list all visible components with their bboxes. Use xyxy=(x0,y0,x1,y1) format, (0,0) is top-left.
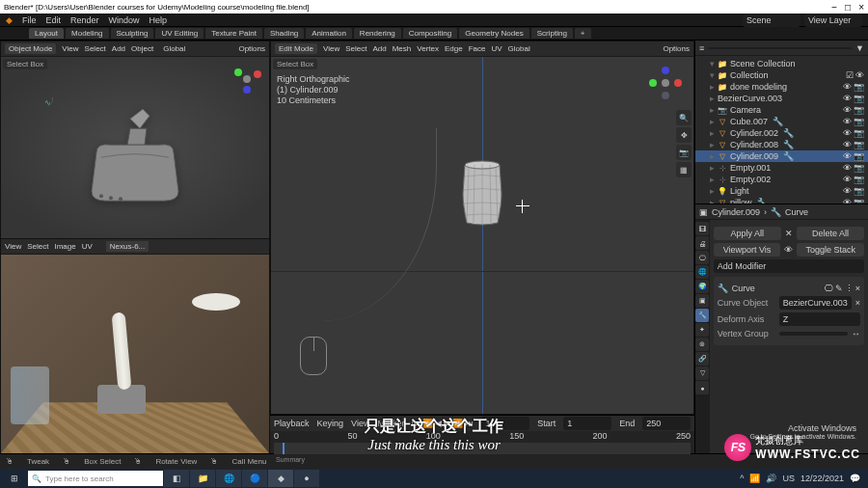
invert-icon[interactable]: ↔ xyxy=(852,329,860,339)
ptab-render[interactable]: 🎞 xyxy=(695,222,709,235)
toggle-stack-button[interactable]: Toggle Stack xyxy=(797,243,864,257)
ptab-physics[interactable]: ⊚ xyxy=(695,338,709,351)
outliner-item[interactable]: ▸📷Camera👁📷 xyxy=(695,104,868,116)
outliner-item[interactable]: ▸📁done modeling👁📷 xyxy=(695,81,868,93)
nav-gizmo-main-icon[interactable] xyxy=(647,65,684,101)
vp1-mode[interactable]: Object Mode xyxy=(5,43,56,54)
outliner[interactable]: ≡ ▼ ▾📁Scene Collection ▾📁Collection ☑👁 ▸… xyxy=(695,41,868,204)
mod-realtime-icon[interactable]: 🖵 xyxy=(825,284,833,293)
vp2-file[interactable]: Nexus-6... xyxy=(106,241,149,252)
vp1-view[interactable]: View xyxy=(62,44,78,53)
play-rev-icon[interactable]: ◀ xyxy=(435,419,442,428)
app-blender[interactable]: ◆ xyxy=(268,470,293,487)
ptab-output[interactable]: 🖨 xyxy=(695,236,709,250)
timeline-editor[interactable]: Playback Keying View Marker ⏮ ⏪ ◀ ▶ ⏩ ⏭ … xyxy=(270,415,694,453)
vp1-options[interactable]: Options xyxy=(238,44,265,53)
outliner-item[interactable]: ▸▽pillow🔧👁📷 xyxy=(695,197,868,203)
viewport-secondary[interactable]: Object Mode View Select Add Object Globa… xyxy=(0,41,270,238)
next-key-icon[interactable]: ⏩ xyxy=(452,419,463,428)
collection-item[interactable]: ▾📁Collection ☑👁 xyxy=(695,69,868,81)
vpmain-mode[interactable]: Edit Mode xyxy=(275,43,317,54)
vp1-object[interactable]: Object xyxy=(131,44,153,53)
tray-lang[interactable]: US xyxy=(782,474,795,483)
uv-image-editor[interactable]: View Select Image UV Nexus-6... xyxy=(0,238,270,453)
tab-uv[interactable]: UV Editing xyxy=(155,28,203,39)
persp-icon[interactable]: ▦ xyxy=(676,162,692,177)
outliner-item[interactable]: ▸💡Light👁📷 xyxy=(695,185,868,197)
prev-key-icon[interactable]: ⏪ xyxy=(422,419,433,428)
outliner-item[interactable]: ▸∿BezierCurve.003👁📷 xyxy=(695,93,868,104)
clear-icon[interactable]: × xyxy=(855,298,860,308)
current-frame[interactable]: 1 xyxy=(481,417,529,430)
outliner-item[interactable]: ▸▽Cylinder.009🔧👁📷 xyxy=(695,150,868,162)
minimize-icon[interactable]: − xyxy=(831,2,837,13)
nav-gizmo-icon[interactable] xyxy=(229,61,265,97)
vpmain-add[interactable]: Add xyxy=(372,44,386,53)
vpmain-mesh[interactable]: Mesh xyxy=(393,44,412,53)
filter-icon[interactable]: ▼ xyxy=(855,43,864,53)
app-edge[interactable]: 🌐 xyxy=(216,470,241,487)
close-icon[interactable]: × xyxy=(858,2,864,13)
play-icon[interactable]: ▶ xyxy=(444,419,450,428)
camera-icon[interactable]: 📷 xyxy=(676,145,692,160)
tray-up-icon[interactable]: ^ xyxy=(740,474,744,483)
outliner-item[interactable]: ▸▽Cube.007🔧👁📷 xyxy=(695,116,868,127)
system-tray[interactable]: ^ 📶 🔊 US 12/22/2021 💬 xyxy=(734,474,866,483)
tab-layout[interactable]: Layout xyxy=(29,28,64,39)
viewport-vis-button[interactable]: Viewport Vis xyxy=(714,243,781,257)
vpmain-options[interactable]: Options xyxy=(663,44,690,53)
jump-start-icon[interactable]: ⏮ xyxy=(412,419,420,428)
vpmain-vertex[interactable]: Vertex xyxy=(417,44,439,53)
ptab-scene[interactable]: 🌐 xyxy=(695,265,709,279)
timeline-track[interactable] xyxy=(274,443,691,454)
app-other[interactable]: ● xyxy=(294,470,319,487)
timeline-ruler[interactable]: 0 50 100 150 200 250 xyxy=(270,431,694,441)
vp1-add[interactable]: Add xyxy=(112,44,125,53)
mod-dropdown-icon[interactable]: ⋮ xyxy=(845,284,854,293)
mod-close-icon[interactable]: × xyxy=(855,284,860,293)
outliner-item[interactable]: ▸▽Cylinder.002🔧👁📷 xyxy=(695,127,868,139)
viewport-main[interactable]: Edit Mode View Select Add Mesh Vertex Ed… xyxy=(270,41,694,415)
tab-modeling[interactable]: Modeling xyxy=(66,28,108,39)
menu-window[interactable]: Window xyxy=(109,15,140,25)
tab-comp[interactable]: Compositing xyxy=(403,28,457,39)
tl-summary[interactable]: Summary xyxy=(270,456,694,463)
scene-dropdown[interactable]: Scene xyxy=(743,14,800,27)
tab-shading[interactable]: Shading xyxy=(264,28,304,39)
ptab-object[interactable]: ▣ xyxy=(695,294,709,308)
outliner-item[interactable]: ▸⊹Empty.002👁📷 xyxy=(695,174,868,185)
jump-end-icon[interactable]: ⏭ xyxy=(465,419,474,428)
vpmain-select[interactable]: Select xyxy=(345,44,366,53)
delete-all-button[interactable]: Delete All xyxy=(797,227,864,240)
maximize-icon[interactable]: □ xyxy=(845,2,851,13)
zoom-icon[interactable]: 🔍 xyxy=(676,110,692,125)
ptab-material[interactable]: ● xyxy=(695,381,709,394)
vp2-image[interactable]: Image xyxy=(54,242,75,251)
vpmain-face[interactable]: Face xyxy=(469,44,486,53)
tl-marker[interactable]: Marker xyxy=(377,419,404,428)
app-chrome[interactable]: 🔵 xyxy=(242,470,267,487)
outliner-item[interactable]: ▸⊹Empty.001👁📷 xyxy=(695,162,868,174)
mod-name[interactable]: Curve xyxy=(732,284,755,293)
tab-script[interactable]: Scripting xyxy=(531,28,573,39)
tab-render[interactable]: Rendering xyxy=(354,28,401,39)
deform-axis-field[interactable]: Z xyxy=(779,312,860,326)
vp2-view[interactable]: View xyxy=(5,242,21,251)
menu-edit[interactable]: Edit xyxy=(46,15,62,25)
vp2-select[interactable]: Select xyxy=(27,242,48,251)
vpmain-uv[interactable]: UV xyxy=(491,44,502,53)
menu-render[interactable]: Render xyxy=(70,15,99,25)
taskbar-search[interactable]: 🔍 Type here to search xyxy=(28,471,163,486)
ptab-modifier[interactable]: 🔧 xyxy=(695,309,709,322)
blender-icon[interactable]: ◆ xyxy=(6,15,13,25)
vpmain-tool[interactable]: Select Box xyxy=(273,59,317,69)
tray-date[interactable]: 12/22/2021 xyxy=(800,474,844,483)
ptab-particle[interactable]: ✦ xyxy=(695,323,709,337)
scene-collection[interactable]: ▾📁Scene Collection xyxy=(695,58,868,69)
tl-playback[interactable]: Playback xyxy=(274,419,310,428)
add-modifier-dropdown[interactable]: Add Modifier xyxy=(714,259,864,273)
app-explorer[interactable]: 📁 xyxy=(190,470,215,487)
ptab-view[interactable]: 🖵 xyxy=(695,251,709,264)
tab-texpaint[interactable]: Texture Paint xyxy=(205,28,262,39)
outliner-search[interactable] xyxy=(708,47,852,49)
